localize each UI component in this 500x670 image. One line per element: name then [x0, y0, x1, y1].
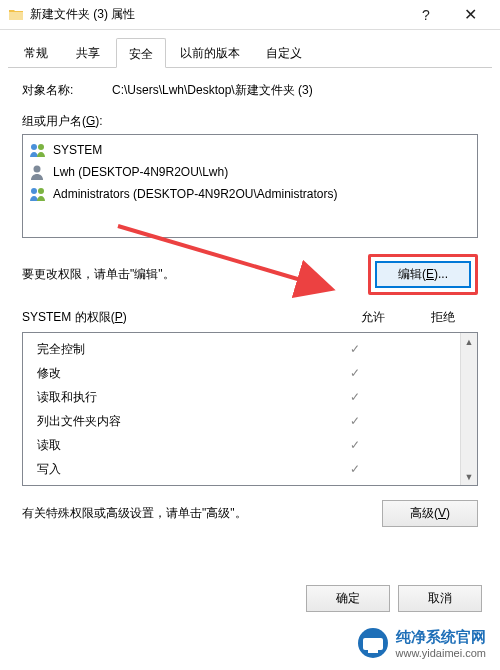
permission-row: 写入✓ [23, 457, 460, 481]
ok-button[interactable]: 确定 [306, 585, 390, 612]
permission-row: 列出文件夹内容✓ [23, 409, 460, 433]
permissions-table: 完全控制✓修改✓读取和执行✓列出文件夹内容✓读取✓写入✓ ▲ ▼ [22, 332, 478, 486]
advanced-row: 有关特殊权限或高级设置，请单击"高级"。 高级(V) [22, 500, 478, 527]
title-bar: 新建文件夹 (3) 属性 ? ✕ [0, 0, 500, 30]
watermark-name: 纯净系统官网 [396, 628, 486, 647]
permissions-header-label: SYSTEM 的权限(P) [22, 309, 338, 326]
svg-point-4 [38, 188, 44, 194]
list-item-label: SYSTEM [53, 143, 102, 157]
groups-listbox[interactable]: SYSTEM Lwh (DESKTOP-4N9R2OU\Lwh) Adminis… [22, 134, 478, 238]
users-icon [29, 186, 47, 202]
security-panel: 对象名称: C:\Users\Lwh\Desktop\新建文件夹 (3) 组或用… [0, 68, 500, 541]
edit-button[interactable]: 编辑(E)... [375, 261, 471, 288]
scroll-up-icon[interactable]: ▲ [461, 333, 477, 350]
allow-header: 允许 [338, 309, 408, 326]
deny-header: 拒绝 [408, 309, 478, 326]
edit-highlight: 编辑(E)... [368, 254, 478, 295]
allow-cell: ✓ [320, 414, 390, 428]
permission-row: 读取和执行✓ [23, 385, 460, 409]
tab-general[interactable]: 常规 [12, 38, 60, 68]
list-item-label: Administrators (DESKTOP-4N9R2OU\Administ… [53, 187, 338, 201]
list-item[interactable]: Administrators (DESKTOP-4N9R2OU\Administ… [27, 183, 473, 205]
advanced-button[interactable]: 高级(V) [382, 500, 478, 527]
watermark-logo-icon [356, 626, 390, 660]
list-item[interactable]: SYSTEM [27, 139, 473, 161]
edit-text: 要更改权限，请单击"编辑"。 [22, 266, 368, 283]
watermark: 纯净系统官网 www.yidaimei.com [356, 626, 486, 660]
scrollbar[interactable]: ▲ ▼ [460, 333, 477, 485]
svg-rect-7 [363, 638, 383, 650]
object-path: C:\Users\Lwh\Desktop\新建文件夹 (3) [112, 82, 478, 99]
object-label: 对象名称: [22, 82, 112, 99]
object-row: 对象名称: C:\Users\Lwh\Desktop\新建文件夹 (3) [22, 82, 478, 99]
tab-strip: 常规 共享 安全 以前的版本 自定义 [8, 38, 492, 68]
svg-point-0 [31, 144, 37, 150]
cancel-button[interactable]: 取消 [398, 585, 482, 612]
list-item-label: Lwh (DESKTOP-4N9R2OU\Lwh) [53, 165, 228, 179]
tab-security[interactable]: 安全 [116, 38, 166, 68]
allow-cell: ✓ [320, 438, 390, 452]
edit-row: 要更改权限，请单击"编辑"。 编辑(E)... [22, 254, 478, 295]
svg-point-2 [34, 166, 41, 173]
permissions-header: SYSTEM 的权限(P) 允许 拒绝 [22, 309, 478, 326]
permission-row: 读取✓ [23, 433, 460, 457]
groups-label: 组或用户名(G): [22, 113, 478, 130]
tab-custom[interactable]: 自定义 [254, 38, 314, 68]
svg-point-3 [31, 188, 37, 194]
window-title: 新建文件夹 (3) 属性 [30, 6, 404, 23]
allow-cell: ✓ [320, 342, 390, 356]
svg-point-1 [38, 144, 44, 150]
help-button[interactable]: ? [404, 7, 448, 23]
permission-label: 写入 [23, 461, 320, 478]
folder-icon [8, 7, 24, 23]
watermark-url: www.yidaimei.com [396, 647, 486, 659]
users-icon [29, 142, 47, 158]
allow-cell: ✓ [320, 462, 390, 476]
permission-label: 读取和执行 [23, 389, 320, 406]
tab-previous[interactable]: 以前的版本 [168, 38, 252, 68]
permission-label: 修改 [23, 365, 320, 382]
permission-row: 修改✓ [23, 361, 460, 385]
permission-label: 完全控制 [23, 341, 320, 358]
scroll-down-icon[interactable]: ▼ [461, 468, 477, 485]
tab-sharing[interactable]: 共享 [64, 38, 112, 68]
allow-cell: ✓ [320, 390, 390, 404]
permission-label: 读取 [23, 437, 320, 454]
permission-label: 列出文件夹内容 [23, 413, 320, 430]
advanced-text: 有关特殊权限或高级设置，请单击"高级"。 [22, 505, 382, 522]
svg-rect-8 [368, 650, 378, 653]
dialog-buttons: 确定 取消 [306, 585, 482, 612]
allow-cell: ✓ [320, 366, 390, 380]
permission-row: 完全控制✓ [23, 337, 460, 361]
close-button[interactable]: ✕ [448, 5, 492, 24]
user-icon [29, 164, 47, 180]
list-item[interactable]: Lwh (DESKTOP-4N9R2OU\Lwh) [27, 161, 473, 183]
